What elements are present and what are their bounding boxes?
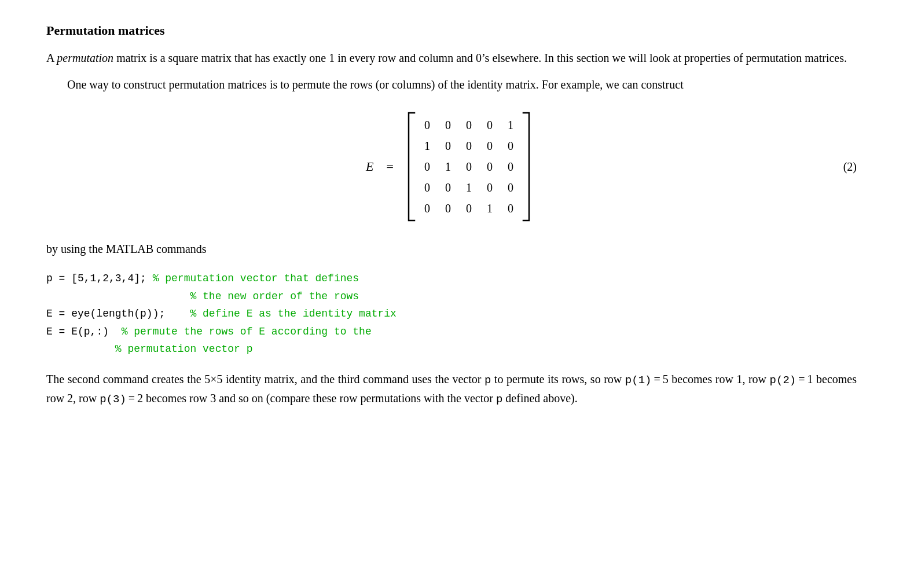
matrix-grid: 0 0 0 0 1 1 0 0 0 0 0 1 0 0 0 0 0 1 0 0 <box>417 111 521 222</box>
matrix-cell: 0 <box>508 139 513 153</box>
inline-code-p1: p(1) <box>625 374 652 387</box>
matrix-left-bracket <box>406 112 417 222</box>
matrix-cell: 0 <box>424 181 430 194</box>
code-text: E = eye(length(p)); <box>46 305 190 323</box>
matrix-cell: 0 <box>487 119 493 132</box>
code-line-3: E = eye(length(p)); % define E as the id… <box>46 305 857 323</box>
code-line-4: E = E(p,:) % permute the rows of E accor… <box>46 323 857 341</box>
matrix-cell: 0 <box>487 160 493 174</box>
matrix-cell: 0 <box>508 181 513 194</box>
equation-lhs: E <box>366 159 373 174</box>
code-line-5: % permutation vector p <box>46 340 857 358</box>
paragraph-1: A permutation matrix is a square matrix … <box>46 49 857 67</box>
code-line-1: p = [5,1,2,3,4]; % permutation vector th… <box>46 270 857 288</box>
code-comment: % permutation vector p <box>115 340 253 358</box>
section-title: Permutation matrices <box>46 23 857 38</box>
equation-block: E = 0 0 0 0 1 1 0 0 0 0 0 1 0 <box>46 111 857 222</box>
matrix-cell: 1 <box>466 181 472 194</box>
matrix-cell: 1 <box>445 160 451 174</box>
paragraph-3: by using the MATLAB commands <box>46 240 857 258</box>
matrix-right-bracket <box>521 112 531 222</box>
matrix-cell: 0 <box>487 181 493 194</box>
matrix-cell: 0 <box>445 202 451 215</box>
matrix-cell: 0 <box>487 139 493 153</box>
matrix-cell: 0 <box>424 202 430 215</box>
code-indent <box>46 288 190 306</box>
code-comment: % the new order of the rows <box>190 288 359 306</box>
matrix-cell: 0 <box>508 202 513 215</box>
paragraph-2: One way to construct permutation matrice… <box>46 75 857 94</box>
matrix-cell: 1 <box>508 119 513 132</box>
code-comment: % permutation vector that defines <box>153 270 359 288</box>
matrix-cell: 0 <box>466 160 472 174</box>
matrix-cell: 1 <box>487 202 493 215</box>
matrix-cell: 0 <box>424 119 430 132</box>
code-line-2: % the new order of the rows <box>46 288 857 306</box>
matrix: 0 0 0 0 1 1 0 0 0 0 0 1 0 0 0 0 0 1 0 0 <box>406 111 531 222</box>
matrix-cell: 0 <box>445 119 451 132</box>
code-text: E = E(p,:) <box>46 323 122 341</box>
inline-code-p2: p(2) <box>770 374 796 387</box>
italic-permutation: permutation <box>57 52 113 64</box>
inline-code-p4: p <box>496 393 502 406</box>
code-block: p = [5,1,2,3,4]; % permutation vector th… <box>46 270 857 358</box>
paragraph-4: The second command creates the 5×5 ident… <box>46 370 857 409</box>
code-indent <box>46 340 115 358</box>
inline-code-p: p <box>484 374 491 387</box>
matrix-cell: 0 <box>445 139 451 153</box>
matrix-cell: 0 <box>445 181 451 194</box>
matrix-cell: 0 <box>466 202 472 215</box>
matrix-cell: 0 <box>466 139 472 153</box>
matrix-cell: 1 <box>424 139 430 153</box>
inline-code-p3: p(3) <box>100 393 126 406</box>
matrix-cell: 0 <box>466 119 472 132</box>
matrix-cell: 0 <box>508 160 513 174</box>
code-text: p = [5,1,2,3,4]; <box>46 270 153 288</box>
equation-number: (2) <box>843 160 857 174</box>
code-comment: % permute the rows of E according to the <box>122 323 372 341</box>
code-comment: % define E as the identity matrix <box>190 305 396 323</box>
equation-equals: = <box>387 159 394 174</box>
matrix-cell: 0 <box>424 160 430 174</box>
